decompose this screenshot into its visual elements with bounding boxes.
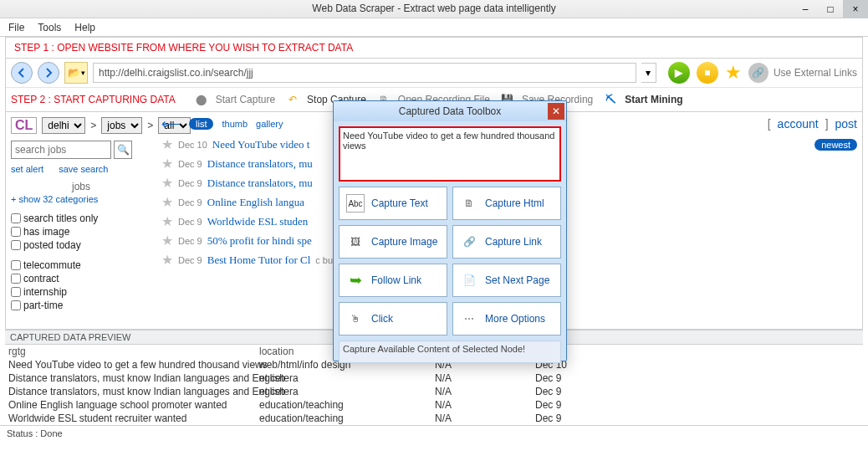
show-categories-link[interactable]: + show 32 categories [11,194,151,204]
listing-title[interactable]: Worldwide ESL studen [207,215,309,228]
listing-date: Dec 9 [178,178,202,188]
star-icon[interactable]: ★ [161,233,173,248]
maximize-button[interactable]: □ [818,0,843,18]
cl-sidebar: CL delhi > jobs > all 🔍 set alert save s… [6,112,156,329]
status-bar: Status : Done [0,425,868,441]
start-mining-button[interactable]: ⛏ Start Mining [601,90,682,109]
go-button[interactable]: ▶ [668,62,690,84]
preview-cell[interactable]: Dec 9 [532,398,599,412]
post-link[interactable]: post [835,117,857,131]
close-button[interactable]: × [843,0,868,18]
close-icon: ✕ [552,105,560,117]
filter-has-image[interactable]: has image [11,226,151,238]
save-search-link[interactable]: save search [59,164,108,174]
listing-title[interactable]: Distance translators, mu [207,177,313,190]
capture-html-button[interactable]: 🗎Capture Html [452,187,561,220]
link-out-icon: 🔗 [460,233,478,251]
filter-internship[interactable]: internship [11,286,151,298]
star-icon[interactable]: ★ [161,175,173,191]
stop-button[interactable]: ■ [697,62,718,84]
preview-cell[interactable]: et cetera [256,371,431,385]
menu-file[interactable]: File [8,22,24,33]
minimize-button[interactable]: – [793,0,818,18]
preview-cell[interactable]: N/A [431,412,532,425]
click-button[interactable]: 🖱Click [339,302,447,336]
preview-cell[interactable]: et cetera [256,385,431,398]
preview-cell[interactable]: Online English language school promoter … [5,398,256,412]
preview-cell[interactable]: N/A [431,385,532,398]
sort-newest-pill[interactable]: newest [814,139,857,151]
filter-contract[interactable]: contract [11,273,151,284]
col-rgtg[interactable]: rgtg [5,345,256,358]
capture-image-button[interactable]: 🖼Capture Image [339,225,447,259]
start-capture-button[interactable]: ⬤ Start Capture [192,90,275,109]
undo-icon: ↶ [283,90,302,109]
external-links-toggle[interactable]: 🔗 Use External Links [748,63,857,83]
preview-cell[interactable]: Need YouTube video to get a few hundred … [5,358,256,371]
toolbox-selected-text[interactable]: Need YouTube video to get a few hundred … [339,126,561,182]
listing-title[interactable]: Need YouTube video t [212,138,310,151]
view-gallery-tab[interactable]: gallery [256,119,283,129]
set-alert-link[interactable]: set alert [11,164,43,174]
listing-title[interactable]: Online English langua [207,196,304,209]
capture-link-button[interactable]: 🔗Capture Link [452,225,561,259]
address-input[interactable] [93,63,636,83]
preview-cell[interactable]: education/teaching [256,398,431,412]
star-icon[interactable]: ★ [161,156,173,172]
preview-cell[interactable]: Dec 9 [532,371,599,385]
preview-cell[interactable]: Distance translators, must know Indian l… [5,371,256,385]
view-thumb-tab[interactable]: thumb [222,119,248,129]
view-list-tab[interactable]: list [189,118,213,130]
filter-titles-only[interactable]: search titles only [11,213,151,224]
preview-cell[interactable]: Worldwide ESL student recruiter wanted [5,412,256,425]
toolbox-title-bar[interactable]: Captured Data Toolbox ✕ [334,101,566,121]
nav-forward-button[interactable] [38,62,59,84]
star-icon[interactable]: ★ [161,194,173,210]
search-input[interactable] [11,141,111,159]
nav-back-button[interactable] [11,62,33,84]
sep1: > [90,120,96,131]
section-select[interactable]: jobs [101,117,142,134]
star-icon[interactable]: ★ [161,252,173,268]
start-capture-label: Start Capture [216,94,275,105]
more-options-button[interactable]: ⋯More Options [452,302,561,336]
step2-label: STEP 2 : START CAPTURING DATA [11,94,184,105]
image-icon: 🖼 [346,233,365,251]
toolbox-close-button[interactable]: ✕ [548,103,564,120]
account-link[interactable]: account [778,117,819,131]
star-icon[interactable]: ★ [161,136,173,152]
text-icon: Abc [346,194,365,213]
preview-cell[interactable]: N/A [431,371,532,385]
menu-help[interactable]: Help [74,22,95,33]
open-folder-button[interactable]: 📂 ▾ [64,62,88,84]
address-row: 📂 ▾ ▾ ▶ ■ ★ 🔗 Use External Links [6,58,862,87]
bookmark-icon[interactable]: ★ [725,62,742,84]
search-button[interactable]: 🔍 [114,141,132,159]
toolbox-footer: Capture Available Content of Selected No… [339,341,561,363]
listing-title[interactable]: Distance translators, mu [207,157,313,171]
back-arrow-icon[interactable]: ⟵ [161,115,181,131]
filter-part-time[interactable]: part-time [11,300,151,311]
preview-cell[interactable]: Dec 9 [532,385,599,398]
capture-text-button[interactable]: AbcCapture Text [339,187,447,220]
city-select[interactable]: delhi [42,117,85,134]
follow-link-button[interactable]: ➥Follow Link [339,264,447,297]
listing-date: Dec 10 [178,140,207,150]
address-dropdown[interactable]: ▾ [641,63,656,83]
preview-cell[interactable]: Dec 9 [532,412,599,425]
captured-data-toolbox: Captured Data Toolbox ✕ Need YouTube vid… [333,100,567,361]
preview-cell[interactable]: N/A [431,398,532,412]
listing-title[interactable]: Best Home Tutor for Cl [207,254,311,267]
set-next-page-button[interactable]: 📄Set Next Page [452,264,561,297]
filter-posted-today[interactable]: posted today [11,239,151,251]
folder-icon: 📂 [68,67,80,79]
nav-icon-group: ▶ ■ ★ 🔗 Use External Links [668,62,857,84]
star-icon[interactable]: ★ [161,213,173,229]
chevron-down-icon: ▾ [81,69,85,77]
preview-cell[interactable]: Distance translators, must know Indian l… [5,385,256,398]
filter-telecommute[interactable]: telecommute [11,259,151,271]
cl-logo[interactable]: CL [11,117,37,134]
preview-cell[interactable]: education/teaching [256,412,431,425]
listing-title[interactable]: 50% profit for hindi spe [207,234,312,248]
menu-tools[interactable]: Tools [38,22,61,33]
